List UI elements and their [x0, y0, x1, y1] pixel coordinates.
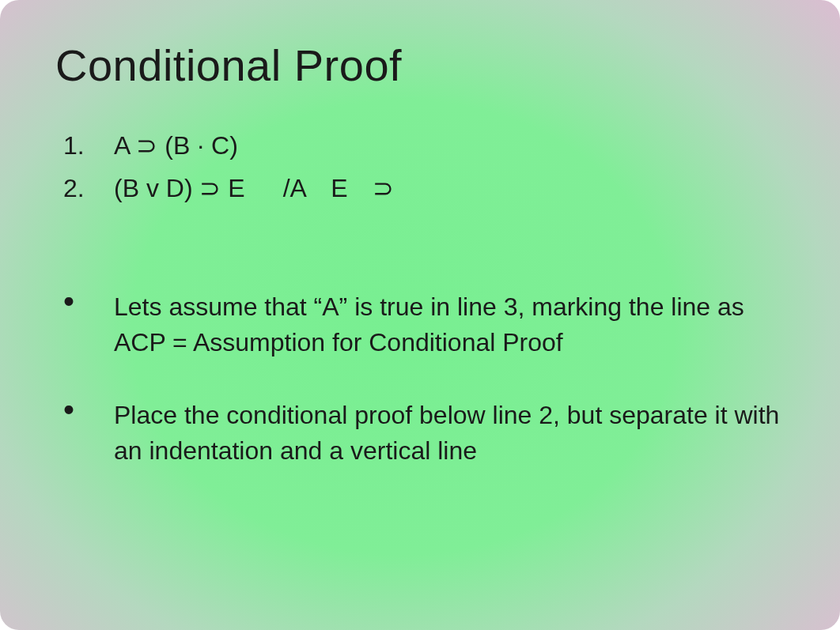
slide-title: Conditional Proof	[55, 40, 785, 91]
bullet-text: Place the conditional proof below line 2…	[114, 398, 785, 469]
premise-expression: (B v D) ⊃ E /A E ⊃	[114, 167, 785, 209]
premise-number: 2.	[63, 167, 114, 209]
bullet-item: • Lets assume that “A” is true in line 3…	[63, 289, 785, 360]
premise-expression: A ⊃ (B · C)	[114, 124, 785, 167]
premise-item: 1. A ⊃ (B · C)	[63, 124, 785, 167]
bullet-icon: •	[63, 398, 114, 469]
bullet-item: • Place the conditional proof below line…	[63, 398, 785, 469]
bullet-icon: •	[63, 289, 114, 360]
bullet-list: • Lets assume that “A” is true in line 3…	[63, 289, 785, 469]
premise-list: 1. A ⊃ (B · C) 2. (B v D) ⊃ E /A E ⊃	[63, 124, 785, 210]
premise-item: 2. (B v D) ⊃ E /A E ⊃	[63, 167, 785, 209]
premise-number: 1.	[63, 124, 114, 167]
bullet-text: Lets assume that “A” is true in line 3, …	[114, 289, 785, 360]
slide: Conditional Proof 1. A ⊃ (B · C) 2. (B v…	[0, 0, 840, 630]
